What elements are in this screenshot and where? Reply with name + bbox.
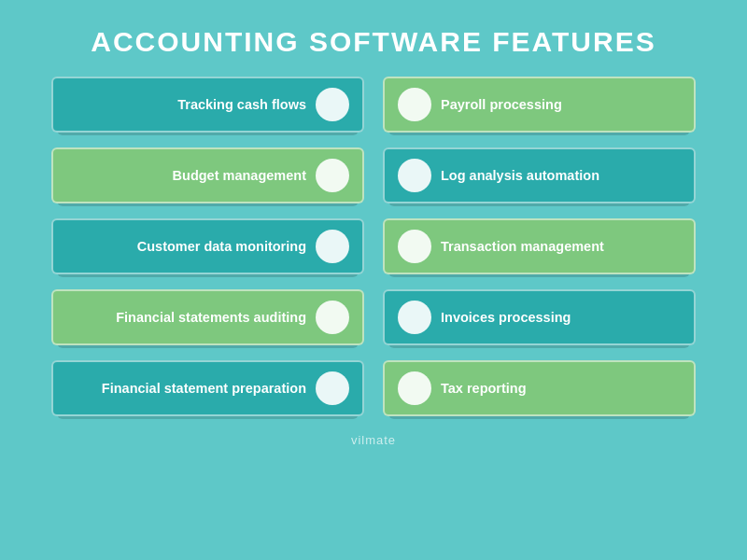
feature-label-transaction-management: Transaction management [441,239,681,254]
feature-label-customer-data-monitoring: Customer data monitoring [66,239,316,254]
feature-circle-tax-reporting [398,371,431,405]
feature-card-payroll-processing[interactable]: Payroll processing [383,77,696,133]
feature-label-log-analysis-automation: Log analysis automation [441,168,681,183]
feature-circle-log-analysis-automation [398,159,431,192]
feature-card-budget-management[interactable]: Budget management [51,147,364,203]
feature-card-tax-reporting[interactable]: Tax reporting [383,360,696,416]
feature-label-financial-statement-preparation: Financial statement preparation [66,381,316,396]
feature-card-financial-statements-auditing[interactable]: Financial statements auditing [51,289,364,345]
watermark: vilmate [0,433,747,447]
feature-circle-payroll-processing [398,88,431,121]
feature-label-tracking-cash-flows: Tracking cash flows [66,97,316,112]
feature-circle-financial-statements-auditing [316,301,349,334]
feature-circle-invoices-processing [398,301,431,334]
feature-label-payroll-processing: Payroll processing [441,97,681,112]
feature-circle-tracking-cash-flows [316,88,349,121]
feature-label-tax-reporting: Tax reporting [441,381,681,396]
page-title: ACCOUNTING SOFTWARE FEATURES [0,0,747,77]
feature-circle-transaction-management [398,230,431,263]
feature-circle-customer-data-monitoring [316,230,349,263]
feature-label-invoices-processing: Invoices processing [441,310,681,325]
feature-card-customer-data-monitoring[interactable]: Customer data monitoring [51,218,364,274]
feature-circle-budget-management [316,159,349,192]
feature-card-transaction-management[interactable]: Transaction management [383,218,696,274]
feature-card-invoices-processing[interactable]: Invoices processing [383,289,696,345]
feature-card-tracking-cash-flows[interactable]: Tracking cash flows [51,77,364,133]
feature-circle-financial-statement-preparation [316,371,349,405]
feature-card-financial-statement-preparation[interactable]: Financial statement preparation [51,360,364,416]
feature-label-financial-statements-auditing: Financial statements auditing [66,310,316,325]
features-grid: Tracking cash flows Payroll processing B… [0,77,747,416]
feature-card-log-analysis-automation[interactable]: Log analysis automation [383,147,696,203]
feature-label-budget-management: Budget management [66,168,316,183]
